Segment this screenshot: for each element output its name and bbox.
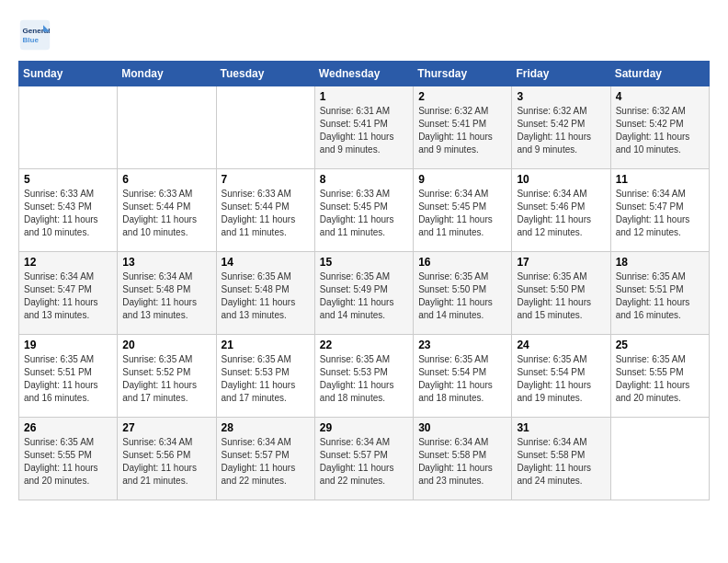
day-info: Sunrise: 6:32 AM Sunset: 5:41 PM Dayligh… — [418, 105, 506, 156]
day-info: Sunrise: 6:35 AM Sunset: 5:48 PM Dayligh… — [222, 270, 310, 322]
day-info: Sunrise: 6:35 AM Sunset: 5:54 PM Dayligh… — [517, 353, 605, 405]
day-info: Sunrise: 6:35 AM Sunset: 5:50 PM Dayligh… — [517, 270, 605, 322]
day-info: Sunrise: 6:34 AM Sunset: 5:48 PM Dayligh… — [122, 270, 210, 322]
day-number: 22 — [320, 339, 408, 351]
day-cell: 9Sunrise: 6:34 AM Sunset: 5:45 PM Daylig… — [414, 169, 512, 252]
day-cell: 31Sunrise: 6:34 AM Sunset: 5:58 PM Dayli… — [512, 418, 610, 500]
day-info: Sunrise: 6:32 AM Sunset: 5:42 PM Dayligh… — [616, 105, 704, 156]
day-info: Sunrise: 6:34 AM Sunset: 5:58 PM Dayligh… — [517, 436, 605, 488]
day-info: Sunrise: 6:34 AM Sunset: 5:47 PM Dayligh… — [616, 188, 704, 239]
day-number: 7 — [222, 173, 310, 186]
calendar-table: SundayMondayTuesdayWednesdayThursdayFrid… — [18, 61, 710, 500]
day-cell: 13Sunrise: 6:34 AM Sunset: 5:48 PM Dayli… — [118, 252, 216, 335]
day-number: 26 — [24, 421, 112, 434]
day-number: 27 — [122, 421, 210, 434]
day-info: Sunrise: 6:34 AM Sunset: 5:58 PM Dayligh… — [418, 436, 506, 488]
logo: General Blue — [18, 18, 55, 52]
day-number: 5 — [24, 173, 112, 186]
day-cell: 29Sunrise: 6:34 AM Sunset: 5:57 PM Dayli… — [314, 418, 413, 500]
day-cell: 10Sunrise: 6:34 AM Sunset: 5:46 PM Dayli… — [512, 169, 610, 252]
day-number: 18 — [616, 256, 704, 269]
header-tuesday: Tuesday — [216, 62, 314, 86]
day-cell: 19Sunrise: 6:35 AM Sunset: 5:51 PM Dayli… — [19, 335, 118, 418]
day-cell: 21Sunrise: 6:35 AM Sunset: 5:53 PM Dayli… — [216, 335, 314, 418]
day-cell: 28Sunrise: 6:34 AM Sunset: 5:57 PM Dayli… — [216, 418, 314, 500]
day-info: Sunrise: 6:34 AM Sunset: 5:57 PM Dayligh… — [222, 436, 310, 488]
day-info: Sunrise: 6:35 AM Sunset: 5:51 PM Dayligh… — [616, 270, 704, 322]
day-number: 31 — [517, 421, 605, 434]
header-friday: Friday — [512, 62, 610, 86]
day-info: Sunrise: 6:34 AM Sunset: 5:47 PM Dayligh… — [24, 270, 112, 322]
day-number: 30 — [418, 421, 506, 434]
day-info: Sunrise: 6:34 AM Sunset: 5:46 PM Dayligh… — [517, 188, 605, 239]
day-cell: 27Sunrise: 6:34 AM Sunset: 5:56 PM Dayli… — [118, 418, 216, 500]
week-row-4: 19Sunrise: 6:35 AM Sunset: 5:51 PM Dayli… — [19, 335, 710, 418]
header-sunday: Sunday — [19, 62, 118, 86]
header-saturday: Saturday — [610, 62, 709, 86]
logo-icon: General Blue — [18, 18, 51, 52]
day-cell: 17Sunrise: 6:35 AM Sunset: 5:50 PM Dayli… — [512, 252, 610, 335]
day-number: 24 — [517, 339, 605, 351]
day-info: Sunrise: 6:33 AM Sunset: 5:43 PM Dayligh… — [24, 188, 112, 239]
day-number: 20 — [122, 339, 210, 351]
day-cell: 7Sunrise: 6:33 AM Sunset: 5:44 PM Daylig… — [216, 169, 314, 252]
day-number: 6 — [122, 173, 210, 186]
day-info: Sunrise: 6:33 AM Sunset: 5:45 PM Dayligh… — [320, 188, 408, 239]
day-cell: 25Sunrise: 6:35 AM Sunset: 5:55 PM Dayli… — [610, 335, 709, 418]
day-cell: 26Sunrise: 6:35 AM Sunset: 5:55 PM Dayli… — [19, 418, 118, 500]
week-row-1: 1Sunrise: 6:31 AM Sunset: 5:41 PM Daylig… — [19, 86, 710, 169]
day-cell: 8Sunrise: 6:33 AM Sunset: 5:45 PM Daylig… — [314, 169, 413, 252]
day-cell: 15Sunrise: 6:35 AM Sunset: 5:49 PM Dayli… — [314, 252, 413, 335]
day-number: 8 — [320, 173, 408, 186]
day-info: Sunrise: 6:34 AM Sunset: 5:45 PM Dayligh… — [418, 188, 506, 239]
days-header-row: SundayMondayTuesdayWednesdayThursdayFrid… — [19, 62, 710, 86]
day-cell: 24Sunrise: 6:35 AM Sunset: 5:54 PM Dayli… — [512, 335, 610, 418]
day-info: Sunrise: 6:35 AM Sunset: 5:55 PM Dayligh… — [24, 436, 112, 488]
day-number: 25 — [616, 339, 704, 351]
day-cell: 20Sunrise: 6:35 AM Sunset: 5:52 PM Dayli… — [118, 335, 216, 418]
day-number: 29 — [320, 421, 408, 434]
week-row-3: 12Sunrise: 6:34 AM Sunset: 5:47 PM Dayli… — [19, 252, 710, 335]
day-info: Sunrise: 6:35 AM Sunset: 5:55 PM Dayligh… — [616, 353, 704, 405]
day-number: 2 — [418, 90, 506, 103]
day-info: Sunrise: 6:35 AM Sunset: 5:54 PM Dayligh… — [418, 353, 506, 405]
day-info: Sunrise: 6:33 AM Sunset: 5:44 PM Dayligh… — [222, 188, 310, 239]
day-cell: 23Sunrise: 6:35 AM Sunset: 5:54 PM Dayli… — [414, 335, 512, 418]
day-number: 3 — [517, 90, 605, 103]
header: General Blue — [18, 18, 710, 52]
day-cell: 1Sunrise: 6:31 AM Sunset: 5:41 PM Daylig… — [314, 86, 413, 169]
day-number: 19 — [24, 339, 112, 351]
day-info: Sunrise: 6:35 AM Sunset: 5:53 PM Dayligh… — [222, 353, 310, 405]
day-cell: 2Sunrise: 6:32 AM Sunset: 5:41 PM Daylig… — [414, 86, 512, 169]
day-cell: 11Sunrise: 6:34 AM Sunset: 5:47 PM Dayli… — [610, 169, 709, 252]
day-cell — [610, 418, 709, 500]
week-row-5: 26Sunrise: 6:35 AM Sunset: 5:55 PM Dayli… — [19, 418, 710, 500]
header-thursday: Thursday — [414, 62, 512, 86]
day-number: 16 — [418, 256, 506, 269]
day-info: Sunrise: 6:33 AM Sunset: 5:44 PM Dayligh… — [122, 188, 210, 239]
day-info: Sunrise: 6:32 AM Sunset: 5:42 PM Dayligh… — [517, 105, 605, 156]
day-number: 15 — [320, 256, 408, 269]
day-number: 17 — [517, 256, 605, 269]
day-cell: 14Sunrise: 6:35 AM Sunset: 5:48 PM Dayli… — [216, 252, 314, 335]
svg-text:Blue: Blue — [23, 36, 40, 44]
day-number: 21 — [222, 339, 310, 351]
header-wednesday: Wednesday — [314, 62, 413, 86]
day-cell: 30Sunrise: 6:34 AM Sunset: 5:58 PM Dayli… — [414, 418, 512, 500]
day-number: 9 — [418, 173, 506, 186]
day-number: 12 — [24, 256, 112, 269]
day-info: Sunrise: 6:35 AM Sunset: 5:53 PM Dayligh… — [320, 353, 408, 405]
day-info: Sunrise: 6:35 AM Sunset: 5:51 PM Dayligh… — [24, 353, 112, 405]
day-info: Sunrise: 6:34 AM Sunset: 5:56 PM Dayligh… — [122, 436, 210, 488]
day-cell: 18Sunrise: 6:35 AM Sunset: 5:51 PM Dayli… — [610, 252, 709, 335]
day-cell — [19, 86, 118, 169]
day-number: 1 — [320, 90, 408, 103]
day-number: 11 — [616, 173, 704, 186]
day-cell: 16Sunrise: 6:35 AM Sunset: 5:50 PM Dayli… — [414, 252, 512, 335]
day-cell: 5Sunrise: 6:33 AM Sunset: 5:43 PM Daylig… — [19, 169, 118, 252]
day-cell: 22Sunrise: 6:35 AM Sunset: 5:53 PM Dayli… — [314, 335, 413, 418]
day-cell — [118, 86, 216, 169]
day-cell: 4Sunrise: 6:32 AM Sunset: 5:42 PM Daylig… — [610, 86, 709, 169]
day-number: 14 — [222, 256, 310, 269]
day-cell: 6Sunrise: 6:33 AM Sunset: 5:44 PM Daylig… — [118, 169, 216, 252]
